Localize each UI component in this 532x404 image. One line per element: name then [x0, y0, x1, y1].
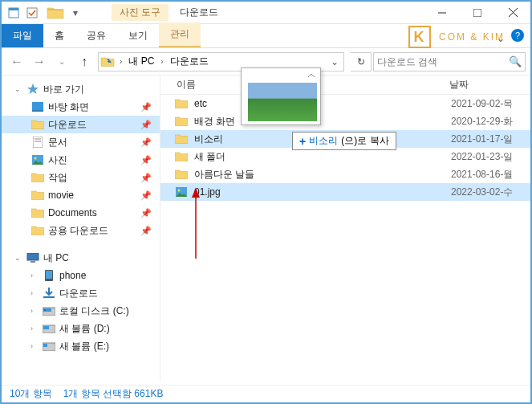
breadcrumb-seg-pc[interactable]: 내 PC [125, 53, 157, 71]
documents-icon [30, 136, 45, 149]
tree-item-disk-e[interactable]: ›새 볼륨 (E:) [2, 337, 160, 355]
pc-icon [26, 251, 40, 264]
tab-home[interactable]: 홈 [43, 24, 75, 47]
svg-rect-7 [32, 102, 43, 110]
tab-file[interactable]: 파일 [2, 24, 43, 47]
svg-rect-14 [27, 253, 39, 260]
chevron-up-icon [306, 70, 317, 81]
minimize-button[interactable] [424, 2, 460, 24]
nav-tree[interactable]: ⌄ 바로 가기 바탕 화면📌 다운로드📌 문서📌 사진📌 작업📌 movie📌 … [2, 75, 160, 381]
tree-this-pc[interactable]: ⌄내 PC [2, 249, 160, 267]
tree-quick-access[interactable]: ⌄ 바로 가기 [2, 80, 160, 98]
phone-icon [42, 269, 56, 282]
breadcrumb-root-caret[interactable]: › [116, 57, 125, 66]
breadcrumb-caret[interactable]: › [157, 57, 166, 66]
contextual-tab-label: 사진 도구 [112, 4, 169, 21]
forward-button[interactable]: → [29, 51, 50, 72]
pin-icon: 📌 [140, 173, 152, 183]
expand-icon[interactable]: › [30, 307, 40, 315]
file-name: 아름다운 날들 [194, 168, 451, 182]
disk-icon [42, 340, 56, 353]
drag-preview [241, 67, 321, 125]
title-bar: ▾ 사진 도구 다운로드 [2, 2, 530, 24]
svg-rect-17 [46, 271, 52, 279]
maximize-button[interactable] [460, 2, 495, 24]
svg-rect-23 [43, 326, 49, 329]
breadcrumb-folder-icon[interactable] [99, 56, 116, 67]
pin-icon: 📌 [140, 120, 152, 130]
tab-view[interactable]: 보기 [117, 24, 159, 47]
disk-icon [42, 322, 56, 335]
folder-icon [173, 167, 189, 182]
expand-icon[interactable]: › [30, 342, 40, 350]
file-row[interactable]: 새 폴더2022-01-23-일 [160, 148, 530, 165]
drag-tooltip: + 비소리(으)로 복사 [292, 132, 396, 150]
tree-label: 바탕 화면 [48, 100, 89, 114]
qat-check-icon[interactable] [23, 4, 41, 22]
tree-label: Documents [48, 207, 97, 218]
file-row[interactable]: 아름다운 날들2021-08-16-월 [160, 165, 530, 183]
svg-point-27 [178, 190, 181, 192]
window-title: 다운로드 [180, 6, 218, 19]
status-item-count: 10개 항목 [10, 387, 52, 401]
pin-icon: 📌 [140, 102, 152, 112]
drag-thumbnail [248, 83, 317, 121]
ribbon-collapse-icon[interactable]: ⌄ [497, 33, 505, 44]
quick-access-toolbar [2, 4, 41, 22]
breadcrumb-seg-downloads[interactable]: 다운로드 [167, 53, 212, 71]
column-header-date[interactable]: 날짜 [443, 78, 530, 92]
tree-item-phone[interactable]: ›phone [2, 267, 160, 284]
search-box[interactable]: 🔍 [373, 52, 526, 71]
tree-item-documents2[interactable]: Documents📌 [2, 204, 160, 222]
tree-label: 로컬 디스크 (C:) [59, 304, 129, 318]
search-input[interactable] [377, 56, 509, 67]
back-button[interactable]: ← [6, 51, 27, 72]
tree-item-downloads[interactable]: 다운로드📌 [2, 116, 160, 133]
qat-dropdown-icon[interactable]: ▾ [70, 4, 81, 22]
file-date: 2022-03-02-수 [451, 186, 513, 199]
tree-item-disk-d[interactable]: ›새 볼륨 (D:) [2, 320, 160, 337]
expand-icon[interactable]: › [30, 271, 40, 280]
file-date: 2021-08-16-월 [451, 168, 513, 182]
drag-action-text: (으)로 복사 [341, 134, 388, 148]
expand-icon[interactable]: › [30, 324, 40, 333]
folder-icon [30, 171, 45, 184]
svg-rect-15 [30, 261, 35, 263]
recent-dropdown-icon[interactable]: ⌄ [51, 51, 72, 72]
tree-item-movie[interactable]: movie📌 [2, 186, 160, 204]
close-button[interactable] [495, 2, 530, 24]
tree-label: 다운로드 [48, 118, 87, 132]
tree-item-pictures[interactable]: 사진📌 [2, 151, 160, 169]
tree-item-documents[interactable]: 문서📌 [2, 133, 160, 151]
folder-icon [30, 118, 45, 131]
tree-label: 바로 가기 [43, 83, 84, 96]
search-icon[interactable]: 🔍 [509, 55, 522, 67]
properties-icon[interactable] [5, 4, 22, 22]
file-row[interactable]: 배경 화면2020-12-29-화 [160, 112, 530, 130]
folder-icon [44, 3, 67, 22]
drag-target-name: 비소리 [309, 134, 338, 148]
window-controls [424, 2, 530, 24]
expand-icon[interactable]: ⌄ [14, 254, 24, 262]
expand-icon[interactable]: › [30, 289, 40, 297]
tab-manage[interactable]: 관리 [159, 22, 201, 47]
tree-item-downloads2[interactable]: ›다운로드 [2, 284, 160, 302]
help-icon[interactable]: ? [511, 29, 524, 42]
expand-icon[interactable]: ⌄ [14, 85, 24, 93]
file-date: 2022-01-23-일 [451, 150, 513, 164]
tab-share[interactable]: 공유 [75, 24, 117, 47]
brand-watermark: K COM & KIM [408, 26, 505, 48]
refresh-button[interactable]: ↻ [351, 52, 372, 71]
tree-item-public-dl[interactable]: 공용 다운로드📌 [2, 222, 160, 239]
tree-item-work[interactable]: 작업📌 [2, 169, 160, 186]
up-button[interactable]: ↑ [74, 51, 95, 72]
tree-item-desktop[interactable]: 바탕 화면📌 [2, 98, 160, 116]
breadcrumb-dropdown-icon[interactable]: ⌄ [326, 56, 343, 67]
tree-item-disk-c[interactable]: ›로컬 디스크 (C:) [2, 302, 160, 320]
svg-rect-2 [27, 8, 37, 18]
file-list-area: 이름 날짜 etc2021-09-02-목 배경 화면2020-12-29-화 … [160, 75, 530, 381]
file-row[interactable]: etc2021-09-02-목 [160, 95, 530, 112]
brand-logo-icon: K [408, 26, 431, 48]
column-headers: 이름 날짜 [160, 75, 530, 95]
file-row-selected[interactable]: 01.jpg2022-03-02-수 [160, 183, 530, 201]
